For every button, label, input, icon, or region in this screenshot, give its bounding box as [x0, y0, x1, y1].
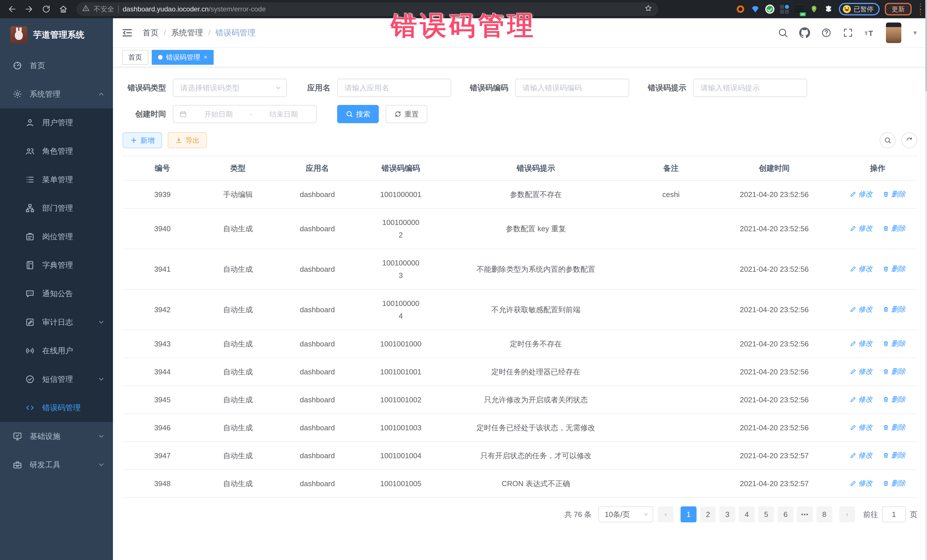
- next-page-button[interactable]: ›: [839, 506, 855, 522]
- page-button-3[interactable]: 3: [719, 506, 736, 522]
- page-more-button[interactable]: •••: [797, 506, 813, 522]
- export-button[interactable]: 导出: [168, 132, 207, 148]
- edit-link[interactable]: 修改: [850, 478, 872, 488]
- user-menu-caret-icon[interactable]: ▼: [912, 30, 918, 36]
- create-time-range-picker[interactable]: 开始日期 - 结束日期: [173, 105, 317, 123]
- help-icon[interactable]: [821, 27, 832, 38]
- browser-reload-icon[interactable]: [39, 2, 54, 17]
- delete-link[interactable]: 删除: [883, 264, 905, 273]
- cell-remark: [631, 290, 711, 330]
- sidebar-item-menu-list[interactable]: 菜单管理: [0, 165, 113, 194]
- refresh-table-button[interactable]: [901, 132, 917, 148]
- extension-orange-icon[interactable]: [736, 4, 745, 14]
- edit-link[interactable]: 修改: [850, 423, 872, 432]
- browser-back-icon[interactable]: [5, 2, 20, 17]
- page-button-5[interactable]: 5: [758, 506, 774, 522]
- edit-link[interactable]: 修改: [850, 367, 872, 376]
- sidebar-item-audit-log[interactable]: 审计日志: [0, 308, 113, 337]
- delete-link[interactable]: 删除: [883, 305, 905, 314]
- reset-button[interactable]: 重置: [386, 105, 427, 123]
- edit-link[interactable]: 修改: [850, 189, 872, 199]
- sidebar-item-code[interactable]: 错误码管理: [0, 393, 113, 422]
- sidebar-item-announcement[interactable]: 通知公告: [0, 279, 113, 308]
- browser-home-icon[interactable]: [56, 2, 71, 17]
- extension-grid-icon[interactable]: [780, 4, 789, 14]
- font-size-icon[interactable]: TT: [864, 27, 875, 38]
- sidebar-fold-icon[interactable]: [121, 27, 134, 39]
- cell-created: 2021-04-20 23:52:56: [711, 249, 838, 290]
- sidebar-item-sms[interactable]: 短信管理: [0, 365, 113, 393]
- user-avatar[interactable]: [886, 23, 901, 43]
- prev-page-button[interactable]: ‹: [658, 506, 674, 522]
- cell-id: 3946: [123, 414, 202, 442]
- delete-link[interactable]: 删除: [883, 451, 905, 460]
- extension-check-icon[interactable]: [765, 5, 774, 14]
- sidebar-item-user[interactable]: 用户管理: [0, 108, 113, 137]
- page-button-2[interactable]: 2: [700, 506, 716, 522]
- delete-link[interactable]: 删除: [883, 423, 905, 432]
- browser-update-button[interactable]: 更新: [885, 3, 912, 15]
- sidebar-item-gear[interactable]: 系统管理: [0, 80, 113, 108]
- profile-paused-badge[interactable]: 已暂停: [839, 3, 880, 15]
- page-button-4[interactable]: 4: [739, 506, 755, 522]
- page-button-6[interactable]: 6: [778, 506, 793, 522]
- edit-link[interactable]: 修改: [850, 223, 872, 233]
- error-tip-input[interactable]: [701, 83, 800, 93]
- edit-link[interactable]: 修改: [850, 395, 872, 404]
- delete-link[interactable]: 删除: [883, 189, 905, 199]
- sidebar-item-devtools[interactable]: 研发工具: [0, 451, 113, 479]
- github-icon[interactable]: [799, 27, 810, 38]
- cell-created: 2021-04-20 23:52:56: [711, 290, 838, 330]
- sidebar-item-org-tree[interactable]: 部门管理: [0, 194, 113, 222]
- cell-tip: CRON 表达式不正确: [441, 470, 631, 498]
- sidebar-item-gauge[interactable]: 首页: [0, 51, 113, 80]
- edit-link[interactable]: 修改: [850, 339, 872, 348]
- add-button[interactable]: 新增: [123, 132, 162, 148]
- tab-close-icon[interactable]: ×: [204, 54, 207, 61]
- edit-label: 修改: [858, 478, 872, 488]
- sidebar-item-book[interactable]: 字典管理: [0, 251, 113, 279]
- search-button[interactable]: 搜索: [337, 105, 379, 123]
- gauge-icon: [12, 61, 22, 70]
- app-name-input[interactable]: [345, 83, 444, 93]
- page-size-select[interactable]: 10条/页: [599, 506, 653, 522]
- sidebar-item-badge[interactable]: 岗位管理: [0, 222, 113, 251]
- table-row: 3943 自动生成 dashboard 1001001000 定时任务不存在 2…: [123, 330, 917, 358]
- delete-link[interactable]: 删除: [883, 367, 905, 376]
- sidebar-item-infra[interactable]: 基础设施: [0, 422, 113, 451]
- delete-link[interactable]: 删除: [883, 395, 905, 404]
- delete-link[interactable]: 删除: [883, 223, 905, 233]
- extension-gem-icon[interactable]: [751, 4, 760, 14]
- extensions-puzzle-icon[interactable]: [824, 4, 834, 14]
- delete-link[interactable]: 删除: [883, 339, 905, 348]
- breadcrumb-home[interactable]: 首页: [143, 27, 159, 38]
- page-button-8[interactable]: 8: [816, 506, 832, 522]
- cell-remark: [631, 442, 711, 470]
- page-button-1[interactable]: 1: [681, 506, 696, 522]
- edit-link[interactable]: 修改: [850, 451, 872, 460]
- edit-link[interactable]: 修改: [850, 264, 872, 273]
- delete-link[interactable]: 删除: [883, 478, 905, 488]
- browser-menu-dots-icon[interactable]: ⋮⋮: [917, 3, 922, 15]
- fullscreen-icon[interactable]: [843, 27, 853, 38]
- extension-pin-icon[interactable]: [809, 4, 819, 14]
- window-scrollbar[interactable]: [925, 0, 927, 560]
- bookmark-star-icon[interactable]: [644, 4, 653, 14]
- error-type-select[interactable]: 请选择错误码类型: [173, 79, 287, 97]
- breadcrumb-system[interactable]: 系统管理: [171, 27, 203, 38]
- extension-list-on-icon[interactable]: on: [794, 4, 804, 14]
- tab-error-code[interactable]: 错误码管理×: [152, 50, 214, 65]
- sidebar-logo[interactable]: 芋道管理系统: [0, 18, 113, 51]
- browser-forward-icon[interactable]: [22, 2, 36, 17]
- sidebar-item-users[interactable]: 角色管理: [0, 137, 113, 165]
- cell-operations: 修改 删除: [838, 249, 917, 290]
- toggle-search-button[interactable]: [880, 132, 896, 148]
- address-bar[interactable]: 不安全 dashboard.yudao.iocoder.cn/system/er…: [76, 2, 658, 16]
- search-icon[interactable]: [778, 27, 789, 38]
- goto-page-input[interactable]: [882, 506, 906, 522]
- edit-link[interactable]: 修改: [850, 305, 872, 314]
- tab-home[interactable]: 首页: [122, 50, 148, 65]
- sidebar-item-online-user[interactable]: 在线用户: [0, 337, 113, 365]
- error-code-input[interactable]: [523, 83, 622, 93]
- chevron-down-icon: [97, 375, 105, 383]
